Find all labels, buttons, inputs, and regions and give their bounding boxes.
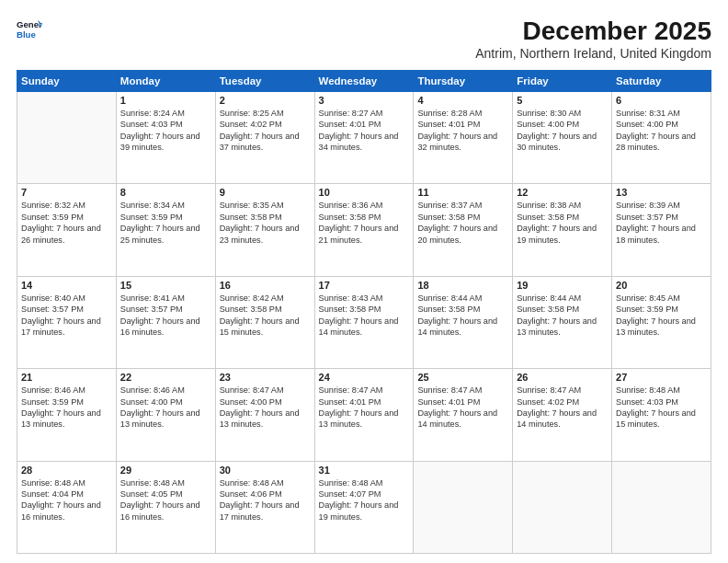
table-row: 6Sunrise: 8:31 AMSunset: 4:00 PMDaylight… bbox=[612, 92, 711, 184]
cell-content: Sunrise: 8:48 AMSunset: 4:03 PMDaylight:… bbox=[616, 385, 707, 431]
table-row: 31Sunrise: 8:48 AMSunset: 4:07 PMDayligh… bbox=[314, 461, 414, 553]
calendar-week-1: 7Sunrise: 8:32 AMSunset: 3:59 PMDaylight… bbox=[17, 184, 711, 276]
title-block: December 2025 Antrim, Northern Ireland, … bbox=[475, 17, 711, 61]
cell-content: Sunrise: 8:25 AMSunset: 4:02 PMDaylight:… bbox=[220, 108, 311, 154]
day-number: 29 bbox=[120, 465, 211, 476]
day-number: 3 bbox=[319, 95, 410, 106]
table-row: 23Sunrise: 8:47 AMSunset: 4:00 PMDayligh… bbox=[215, 369, 314, 461]
table-row: 28Sunrise: 8:48 AMSunset: 4:04 PMDayligh… bbox=[17, 461, 117, 553]
day-number: 1 bbox=[120, 95, 211, 106]
calendar-week-2: 14Sunrise: 8:40 AMSunset: 3:57 PMDayligh… bbox=[17, 276, 711, 368]
cell-content: Sunrise: 8:37 AMSunset: 3:58 PMDaylight:… bbox=[417, 200, 508, 246]
table-row: 16Sunrise: 8:42 AMSunset: 3:58 PMDayligh… bbox=[215, 276, 314, 368]
cell-content: Sunrise: 8:48 AMSunset: 4:05 PMDaylight:… bbox=[120, 477, 211, 523]
main-title: December 2025 bbox=[475, 17, 711, 46]
cell-content: Sunrise: 8:46 AMSunset: 3:59 PMDaylight:… bbox=[21, 385, 112, 431]
day-number: 13 bbox=[616, 187, 707, 198]
cell-content: Sunrise: 8:28 AMSunset: 4:01 PMDaylight:… bbox=[417, 108, 508, 154]
table-row bbox=[17, 92, 117, 184]
table-row: 27Sunrise: 8:48 AMSunset: 4:03 PMDayligh… bbox=[612, 369, 711, 461]
calendar-week-4: 28Sunrise: 8:48 AMSunset: 4:04 PMDayligh… bbox=[17, 461, 711, 553]
cell-content: Sunrise: 8:47 AMSunset: 4:01 PMDaylight:… bbox=[417, 385, 508, 431]
day-number: 20 bbox=[616, 280, 707, 291]
cell-content: Sunrise: 8:48 AMSunset: 4:07 PMDaylight:… bbox=[319, 477, 410, 523]
table-row: 3Sunrise: 8:27 AMSunset: 4:01 PMDaylight… bbox=[314, 92, 414, 184]
logo: General Blue bbox=[17, 17, 42, 42]
cell-content: Sunrise: 8:44 AMSunset: 3:58 PMDaylight:… bbox=[517, 293, 608, 339]
cell-content: Sunrise: 8:44 AMSunset: 3:58 PMDaylight:… bbox=[417, 293, 508, 339]
table-row: 29Sunrise: 8:48 AMSunset: 4:05 PMDayligh… bbox=[116, 461, 215, 553]
day-number: 28 bbox=[21, 465, 112, 476]
header: General Blue December 2025 Antrim, North… bbox=[17, 17, 711, 61]
subtitle: Antrim, Northern Ireland, United Kingdom bbox=[475, 46, 711, 61]
cell-content: Sunrise: 8:46 AMSunset: 4:00 PMDaylight:… bbox=[120, 385, 211, 431]
table-row: 7Sunrise: 8:32 AMSunset: 3:59 PMDaylight… bbox=[17, 184, 117, 276]
table-row: 18Sunrise: 8:44 AMSunset: 3:58 PMDayligh… bbox=[414, 276, 513, 368]
table-row: 5Sunrise: 8:30 AMSunset: 4:00 PMDaylight… bbox=[513, 92, 612, 184]
cell-content: Sunrise: 8:32 AMSunset: 3:59 PMDaylight:… bbox=[21, 200, 112, 246]
cell-content: Sunrise: 8:41 AMSunset: 3:57 PMDaylight:… bbox=[120, 293, 211, 339]
svg-text:Blue: Blue bbox=[17, 29, 36, 40]
table-row: 11Sunrise: 8:37 AMSunset: 3:58 PMDayligh… bbox=[414, 184, 513, 276]
day-number: 9 bbox=[220, 187, 311, 198]
table-row bbox=[612, 461, 711, 553]
col-wednesday: Wednesday bbox=[314, 71, 414, 92]
col-friday: Friday bbox=[513, 71, 612, 92]
table-row: 2Sunrise: 8:25 AMSunset: 4:02 PMDaylight… bbox=[215, 92, 314, 184]
cell-content: Sunrise: 8:30 AMSunset: 4:00 PMDaylight:… bbox=[517, 108, 608, 154]
col-thursday: Thursday bbox=[414, 71, 513, 92]
cell-content: Sunrise: 8:24 AMSunset: 4:03 PMDaylight:… bbox=[120, 108, 211, 154]
table-row: 22Sunrise: 8:46 AMSunset: 4:00 PMDayligh… bbox=[116, 369, 215, 461]
cell-content: Sunrise: 8:36 AMSunset: 3:58 PMDaylight:… bbox=[319, 200, 410, 246]
table-row: 12Sunrise: 8:38 AMSunset: 3:58 PMDayligh… bbox=[513, 184, 612, 276]
table-row: 17Sunrise: 8:43 AMSunset: 3:58 PMDayligh… bbox=[314, 276, 414, 368]
day-number: 16 bbox=[220, 280, 311, 291]
calendar-header-row: Sunday Monday Tuesday Wednesday Thursday… bbox=[17, 71, 711, 92]
day-number: 15 bbox=[120, 280, 211, 291]
cell-content: Sunrise: 8:38 AMSunset: 3:58 PMDaylight:… bbox=[517, 200, 608, 246]
day-number: 14 bbox=[21, 280, 112, 291]
day-number: 6 bbox=[616, 95, 707, 106]
cell-content: Sunrise: 8:47 AMSunset: 4:02 PMDaylight:… bbox=[517, 385, 608, 431]
table-row: 19Sunrise: 8:44 AMSunset: 3:58 PMDayligh… bbox=[513, 276, 612, 368]
day-number: 8 bbox=[120, 187, 211, 198]
cell-content: Sunrise: 8:40 AMSunset: 3:57 PMDaylight:… bbox=[21, 293, 112, 339]
day-number: 17 bbox=[319, 280, 410, 291]
cell-content: Sunrise: 8:47 AMSunset: 4:01 PMDaylight:… bbox=[319, 385, 410, 431]
day-number: 23 bbox=[220, 372, 311, 383]
cell-content: Sunrise: 8:45 AMSunset: 3:59 PMDaylight:… bbox=[616, 293, 707, 339]
day-number: 19 bbox=[517, 280, 608, 291]
table-row bbox=[414, 461, 513, 553]
day-number: 24 bbox=[319, 372, 410, 383]
table-row: 14Sunrise: 8:40 AMSunset: 3:57 PMDayligh… bbox=[17, 276, 117, 368]
table-row: 24Sunrise: 8:47 AMSunset: 4:01 PMDayligh… bbox=[314, 369, 414, 461]
day-number: 27 bbox=[616, 372, 707, 383]
table-row: 15Sunrise: 8:41 AMSunset: 3:57 PMDayligh… bbox=[116, 276, 215, 368]
day-number: 26 bbox=[517, 372, 608, 383]
day-number: 10 bbox=[319, 187, 410, 198]
day-number: 30 bbox=[220, 465, 311, 476]
table-row: 26Sunrise: 8:47 AMSunset: 4:02 PMDayligh… bbox=[513, 369, 612, 461]
day-number: 18 bbox=[417, 280, 508, 291]
day-number: 21 bbox=[21, 372, 112, 383]
table-row: 13Sunrise: 8:39 AMSunset: 3:57 PMDayligh… bbox=[612, 184, 711, 276]
cell-content: Sunrise: 8:47 AMSunset: 4:00 PMDaylight:… bbox=[220, 385, 311, 431]
page: General Blue December 2025 Antrim, North… bbox=[0, 0, 728, 563]
table-row: 8Sunrise: 8:34 AMSunset: 3:59 PMDaylight… bbox=[116, 184, 215, 276]
calendar-week-3: 21Sunrise: 8:46 AMSunset: 3:59 PMDayligh… bbox=[17, 369, 711, 461]
cell-content: Sunrise: 8:31 AMSunset: 4:00 PMDaylight:… bbox=[616, 108, 707, 154]
cell-content: Sunrise: 8:43 AMSunset: 3:58 PMDaylight:… bbox=[319, 293, 410, 339]
table-row: 25Sunrise: 8:47 AMSunset: 4:01 PMDayligh… bbox=[414, 369, 513, 461]
day-number: 31 bbox=[319, 465, 410, 476]
day-number: 4 bbox=[417, 95, 508, 106]
table-row: 20Sunrise: 8:45 AMSunset: 3:59 PMDayligh… bbox=[612, 276, 711, 368]
col-sunday: Sunday bbox=[17, 71, 117, 92]
day-number: 7 bbox=[21, 187, 112, 198]
cell-content: Sunrise: 8:35 AMSunset: 3:58 PMDaylight:… bbox=[220, 200, 311, 246]
table-row: 21Sunrise: 8:46 AMSunset: 3:59 PMDayligh… bbox=[17, 369, 117, 461]
table-row bbox=[513, 461, 612, 553]
calendar-week-0: 1Sunrise: 8:24 AMSunset: 4:03 PMDaylight… bbox=[17, 92, 711, 184]
cell-content: Sunrise: 8:48 AMSunset: 4:04 PMDaylight:… bbox=[21, 477, 112, 523]
table-row: 1Sunrise: 8:24 AMSunset: 4:03 PMDaylight… bbox=[116, 92, 215, 184]
calendar-table: Sunday Monday Tuesday Wednesday Thursday… bbox=[17, 70, 711, 554]
